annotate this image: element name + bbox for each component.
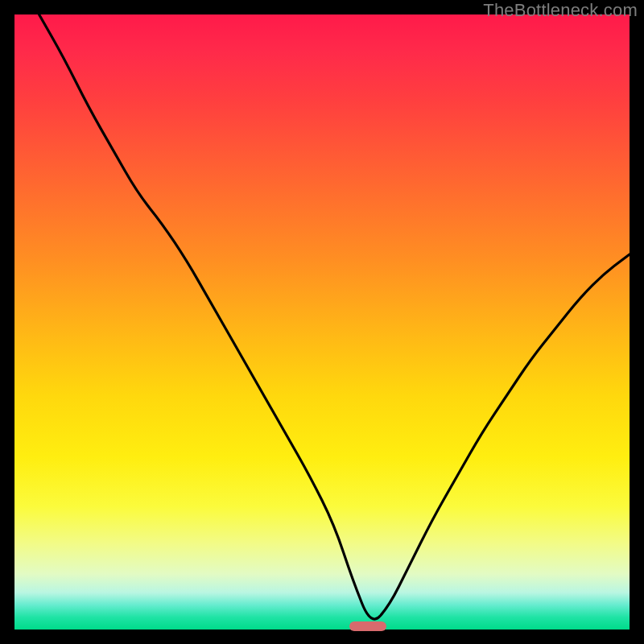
chart-frame: TheBottleneck.com	[0, 0, 644, 644]
plot-area	[14, 14, 630, 630]
minimum-marker	[349, 621, 386, 631]
bottleneck-curve	[14, 14, 630, 630]
watermark-text: TheBottleneck.com	[483, 0, 638, 21]
